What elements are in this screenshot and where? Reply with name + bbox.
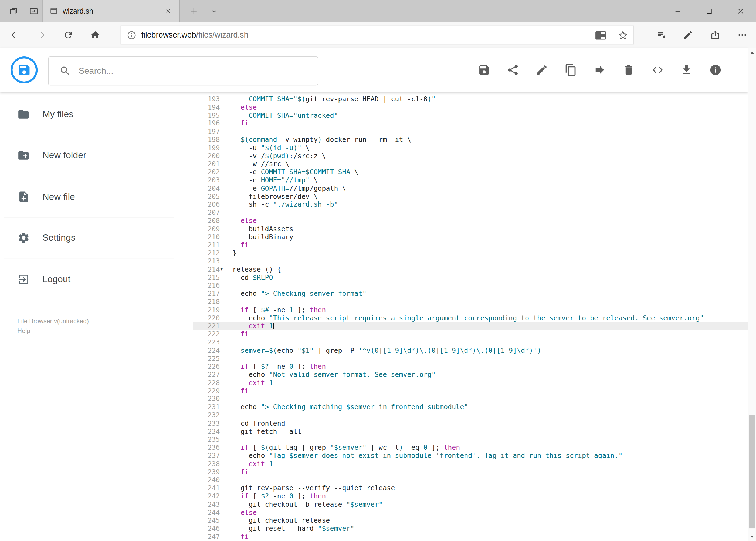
set-tabs-aside-icon[interactable]	[24, 0, 43, 22]
code-line[interactable]: 194 else	[193, 103, 748, 111]
code-line[interactable]: 217 echo "> Checking semver format"	[193, 289, 748, 297]
code-line[interactable]: 246 git reset --hard "$semver"	[193, 525, 748, 533]
code-line[interactable]: 229 fi	[193, 387, 748, 395]
code-line[interactable]: 225	[193, 354, 748, 362]
code-line[interactable]: 244 else	[193, 508, 748, 516]
code-line[interactable]: 219 if [ $# -ne 1 ]; then	[193, 306, 748, 314]
code-line[interactable]: 222 fi	[193, 330, 748, 338]
code-line[interactable]: 245 git checkout release	[193, 516, 748, 525]
code-line[interactable]: 242 if [ $? -ne 0 ]; then	[193, 492, 748, 500]
code-line[interactable]: 228 exit 1	[193, 379, 748, 387]
scrollbar-thumb[interactable]	[749, 415, 755, 528]
code-line[interactable]: 233 cd frontend	[193, 419, 748, 427]
code-line[interactable]: 197	[193, 128, 748, 136]
info-icon[interactable]	[709, 64, 722, 76]
code-line[interactable]: 230	[193, 395, 748, 403]
save-icon[interactable]	[478, 64, 490, 76]
tab-close-icon[interactable]	[162, 5, 174, 17]
home-icon[interactable]	[85, 24, 106, 45]
rename-icon[interactable]	[536, 64, 548, 76]
code-line[interactable]: 234 git fetch --all	[193, 427, 748, 435]
code-line[interactable]: 209 buildAssets	[193, 225, 748, 233]
code-line[interactable]: 239 fi	[193, 468, 748, 476]
window-maximize-button[interactable]	[693, 0, 725, 22]
menu-ellipsis-icon[interactable]	[731, 24, 753, 45]
code-line[interactable]: 215 cd $REPO	[193, 273, 748, 281]
window-minimize-button[interactable]	[662, 0, 693, 22]
code-line[interactable]: 207	[193, 209, 748, 217]
code-line[interactable]: 238 exit 1	[193, 460, 748, 468]
code-line[interactable]: 214▾release () {	[193, 265, 748, 273]
window-close-button[interactable]	[725, 0, 756, 22]
code-line[interactable]: 199 -u "$(id -u)" \	[193, 144, 748, 152]
code-line[interactable]: 210 buildBinary	[193, 233, 748, 241]
code-line[interactable]: 235	[193, 435, 748, 443]
code-line[interactable]: 231 echo "> Checking matching $semver in…	[193, 403, 748, 411]
fold-marker-icon[interactable]: ▾	[220, 265, 223, 273]
code-line[interactable]: 205 filebrowser/dev \	[193, 192, 748, 201]
scroll-down-icon[interactable]	[748, 533, 756, 541]
code-line[interactable]: 212}	[193, 249, 748, 257]
code-line[interactable]: 241 git rev-parse --verify --quiet relea…	[193, 484, 748, 492]
code-line[interactable]: 236 if [ $(git tag | grep "$semver" | wc…	[193, 443, 748, 452]
code-line[interactable]: 221 exit 1	[193, 322, 748, 330]
code-editor[interactable]: 193 COMMIT_SHA="$(git rev-parse HEAD | c…	[193, 92, 748, 541]
help-link[interactable]: Help	[17, 326, 89, 336]
code-line[interactable]: 224 semver=$(echo "$1" | grep -P '^v(0|[…	[193, 346, 748, 354]
code-line[interactable]: 247 fi	[193, 533, 748, 541]
code-line[interactable]: 206 sh -c "./wizard.sh -b"	[193, 201, 748, 209]
code-line[interactable]: 232	[193, 411, 748, 419]
share-icon[interactable]	[704, 24, 726, 45]
code-line[interactable]: 216	[193, 281, 748, 289]
refresh-icon[interactable]	[58, 24, 79, 45]
page-info-icon[interactable]	[127, 30, 136, 40]
favorite-star-icon[interactable]	[617, 29, 629, 41]
move-icon[interactable]	[594, 64, 606, 76]
code-line[interactable]: 227 echo "Not valid semver format. See s…	[193, 370, 748, 379]
copy-icon[interactable]	[565, 64, 577, 76]
code-line[interactable]: 193 COMMIT_SHA="$(git rev-parse HEAD | c…	[193, 95, 748, 103]
code-line[interactable]: 223	[193, 338, 748, 346]
web-note-icon[interactable]	[677, 24, 699, 45]
delete-icon[interactable]	[623, 64, 635, 76]
code-line[interactable]: 243 git checkout -b release "$semver"	[193, 500, 748, 508]
reading-view-icon[interactable]	[595, 29, 607, 41]
back-icon[interactable]	[4, 24, 25, 45]
code-line[interactable]: 195 COMMIT_SHA="untracked"	[193, 111, 748, 119]
code-line[interactable]: 204 -e GOPATH=//tmp/gopath \	[193, 184, 748, 192]
code-area[interactable]: 193 COMMIT_SHA="$(git rev-parse HEAD | c…	[193, 95, 748, 541]
code-line[interactable]: 211 fi	[193, 241, 748, 249]
hub-icon[interactable]	[651, 24, 672, 45]
url-box[interactable]: filebrowser.web/files/wizard.sh	[121, 26, 634, 45]
code-line[interactable]: 240	[193, 476, 748, 484]
search-input[interactable]	[79, 57, 318, 85]
code-line[interactable]: 196 fi	[193, 119, 748, 128]
sidebar-item-new-file[interactable]: New file	[0, 176, 193, 218]
code-line[interactable]: 200 -v /$(pwd):/src:z \	[193, 152, 748, 160]
share-file-icon[interactable]	[507, 64, 519, 76]
tabs-overview-icon[interactable]	[4, 0, 23, 22]
code-icon[interactable]	[651, 64, 664, 76]
code-line[interactable]: 201 -w //src \	[193, 160, 748, 168]
code-line[interactable]: 237 echo "Tag $semver does not exist in …	[193, 452, 748, 460]
sidebar-item-my-files[interactable]: My files	[0, 94, 193, 135]
code-line[interactable]: 226 if [ $? -ne 0 ]; then	[193, 362, 748, 370]
page-scrollbar[interactable]	[748, 48, 756, 541]
code-line[interactable]: 213	[193, 257, 748, 265]
sidebar-item-logout[interactable]: Logout	[0, 259, 193, 300]
code-line[interactable]: 202 -e COMMIT_SHA=$COMMIT_SHA \	[193, 168, 748, 176]
tab-list-chevron-icon[interactable]	[204, 0, 223, 22]
code-line[interactable]: 218	[193, 297, 748, 306]
download-icon[interactable]	[680, 64, 693, 76]
new-tab-button[interactable]	[184, 0, 203, 22]
browser-tab[interactable]: wizard.sh	[42, 0, 180, 22]
sidebar-item-settings[interactable]: Settings	[0, 218, 193, 259]
search-box[interactable]	[48, 56, 318, 85]
code-line[interactable]: 220 echo "This release script requires a…	[193, 314, 748, 322]
scroll-up-icon[interactable]	[748, 48, 756, 56]
code-line[interactable]: 198 $(command -v winpty) docker run --rm…	[193, 136, 748, 144]
code-line[interactable]: 208 else	[193, 217, 748, 225]
forward-icon[interactable]	[31, 24, 52, 45]
code-line[interactable]: 203 -e HOME="//tmp" \	[193, 176, 748, 184]
sidebar-item-new-folder[interactable]: New folder	[0, 135, 193, 176]
